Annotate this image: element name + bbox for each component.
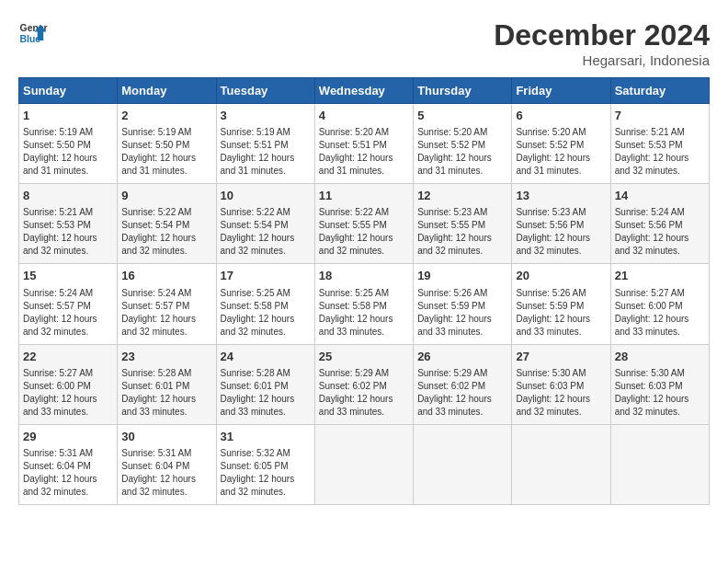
day-cell: 14Sunrise: 5:24 AMSunset: 5:56 PMDayligh… xyxy=(610,184,709,264)
day-cell: 2Sunrise: 5:19 AMSunset: 5:50 PMDaylight… xyxy=(118,104,216,184)
day-number: 30 xyxy=(121,429,211,445)
day-info: Sunrise: 5:19 AMSunset: 5:50 PMDaylight:… xyxy=(121,126,211,178)
title-area: December 2024 Hegarsari, Indonesia xyxy=(494,18,710,68)
day-info: Sunrise: 5:24 AMSunset: 5:56 PMDaylight:… xyxy=(615,206,705,258)
day-cell xyxy=(610,424,709,504)
day-number: 28 xyxy=(615,349,705,365)
day-info: Sunrise: 5:26 AMSunset: 5:59 PMDaylight:… xyxy=(417,287,507,339)
subtitle: Hegarsari, Indonesia xyxy=(494,52,710,68)
day-number: 25 xyxy=(319,349,409,365)
day-cell: 20Sunrise: 5:26 AMSunset: 5:59 PMDayligh… xyxy=(512,264,610,344)
day-number: 1 xyxy=(23,108,113,124)
day-number: 2 xyxy=(121,108,211,124)
day-cell: 31Sunrise: 5:32 AMSunset: 6:05 PMDayligh… xyxy=(216,424,314,504)
day-number: 22 xyxy=(23,349,113,365)
day-cell: 8Sunrise: 5:21 AMSunset: 5:53 PMDaylight… xyxy=(19,184,118,264)
day-cell: 6Sunrise: 5:20 AMSunset: 5:52 PMDaylight… xyxy=(512,104,610,184)
day-cell: 18Sunrise: 5:25 AMSunset: 5:58 PMDayligh… xyxy=(314,264,413,344)
day-cell: 10Sunrise: 5:22 AMSunset: 5:54 PMDayligh… xyxy=(216,184,314,264)
day-number: 9 xyxy=(121,188,211,204)
day-info: Sunrise: 5:22 AMSunset: 5:54 PMDaylight:… xyxy=(221,206,311,258)
day-cell: 16Sunrise: 5:24 AMSunset: 5:57 PMDayligh… xyxy=(118,264,216,344)
header: General Blue December 2024 Hegarsari, In… xyxy=(18,18,710,68)
day-number: 20 xyxy=(516,268,606,284)
main-title: December 2024 xyxy=(494,18,710,52)
day-cell: 7Sunrise: 5:21 AMSunset: 5:53 PMDaylight… xyxy=(610,104,709,184)
day-cell: 15Sunrise: 5:24 AMSunset: 5:57 PMDayligh… xyxy=(19,264,118,344)
day-info: Sunrise: 5:21 AMSunset: 5:53 PMDaylight:… xyxy=(23,206,113,258)
day-header-wednesday: Wednesday xyxy=(314,78,413,104)
day-info: Sunrise: 5:20 AMSunset: 5:52 PMDaylight:… xyxy=(516,126,606,178)
day-cell: 29Sunrise: 5:31 AMSunset: 6:04 PMDayligh… xyxy=(19,424,118,504)
day-info: Sunrise: 5:30 AMSunset: 6:03 PMDaylight:… xyxy=(615,367,705,419)
day-number: 21 xyxy=(615,268,705,284)
day-info: Sunrise: 5:21 AMSunset: 5:53 PMDaylight:… xyxy=(615,126,705,178)
day-info: Sunrise: 5:24 AMSunset: 5:57 PMDaylight:… xyxy=(23,287,113,339)
day-info: Sunrise: 5:24 AMSunset: 5:57 PMDaylight:… xyxy=(121,287,211,339)
day-number: 12 xyxy=(417,188,507,204)
day-header-sunday: Sunday xyxy=(19,78,118,104)
day-number: 11 xyxy=(319,188,409,204)
day-cell: 30Sunrise: 5:31 AMSunset: 6:04 PMDayligh… xyxy=(118,424,216,504)
day-header-friday: Friday xyxy=(512,78,610,104)
day-number: 17 xyxy=(221,268,311,284)
header-row: SundayMondayTuesdayWednesdayThursdayFrid… xyxy=(19,78,710,104)
day-info: Sunrise: 5:28 AMSunset: 6:01 PMDaylight:… xyxy=(121,367,211,419)
day-info: Sunrise: 5:31 AMSunset: 6:04 PMDaylight:… xyxy=(121,447,211,499)
day-cell: 21Sunrise: 5:27 AMSunset: 6:00 PMDayligh… xyxy=(610,264,709,344)
day-info: Sunrise: 5:23 AMSunset: 5:56 PMDaylight:… xyxy=(516,206,606,258)
day-cell: 25Sunrise: 5:29 AMSunset: 6:02 PMDayligh… xyxy=(314,344,413,424)
day-number: 4 xyxy=(319,108,409,124)
day-info: Sunrise: 5:23 AMSunset: 5:55 PMDaylight:… xyxy=(417,206,507,258)
day-info: Sunrise: 5:25 AMSunset: 5:58 PMDaylight:… xyxy=(319,287,409,339)
day-number: 7 xyxy=(615,108,705,124)
day-header-monday: Monday xyxy=(118,78,216,104)
logo: General Blue xyxy=(18,18,48,48)
day-cell xyxy=(314,424,413,504)
day-cell: 12Sunrise: 5:23 AMSunset: 5:55 PMDayligh… xyxy=(414,184,512,264)
day-number: 26 xyxy=(417,349,507,365)
day-info: Sunrise: 5:26 AMSunset: 5:59 PMDaylight:… xyxy=(516,287,606,339)
day-cell: 23Sunrise: 5:28 AMSunset: 6:01 PMDayligh… xyxy=(118,344,216,424)
day-info: Sunrise: 5:31 AMSunset: 6:04 PMDaylight:… xyxy=(23,447,113,499)
day-number: 15 xyxy=(23,268,113,284)
day-info: Sunrise: 5:25 AMSunset: 5:58 PMDaylight:… xyxy=(221,287,311,339)
day-cell: 3Sunrise: 5:19 AMSunset: 5:51 PMDaylight… xyxy=(216,104,314,184)
week-row-4: 22Sunrise: 5:27 AMSunset: 6:00 PMDayligh… xyxy=(19,344,710,424)
day-info: Sunrise: 5:22 AMSunset: 5:54 PMDaylight:… xyxy=(121,206,211,258)
day-cell: 24Sunrise: 5:28 AMSunset: 6:01 PMDayligh… xyxy=(216,344,314,424)
day-info: Sunrise: 5:32 AMSunset: 6:05 PMDaylight:… xyxy=(221,447,311,499)
day-number: 6 xyxy=(516,108,606,124)
day-number: 29 xyxy=(23,429,113,445)
day-info: Sunrise: 5:19 AMSunset: 5:50 PMDaylight:… xyxy=(23,126,113,178)
day-info: Sunrise: 5:27 AMSunset: 6:00 PMDaylight:… xyxy=(23,367,113,419)
day-header-thursday: Thursday xyxy=(414,78,512,104)
day-header-tuesday: Tuesday xyxy=(216,78,314,104)
day-info: Sunrise: 5:19 AMSunset: 5:51 PMDaylight:… xyxy=(221,126,311,178)
day-cell: 5Sunrise: 5:20 AMSunset: 5:52 PMDaylight… xyxy=(414,104,512,184)
day-number: 8 xyxy=(23,188,113,204)
day-cell: 13Sunrise: 5:23 AMSunset: 5:56 PMDayligh… xyxy=(512,184,610,264)
day-number: 5 xyxy=(417,108,507,124)
day-cell xyxy=(414,424,512,504)
week-row-2: 8Sunrise: 5:21 AMSunset: 5:53 PMDaylight… xyxy=(19,184,710,264)
day-info: Sunrise: 5:20 AMSunset: 5:52 PMDaylight:… xyxy=(417,126,507,178)
day-info: Sunrise: 5:29 AMSunset: 6:02 PMDaylight:… xyxy=(319,367,409,419)
day-cell: 28Sunrise: 5:30 AMSunset: 6:03 PMDayligh… xyxy=(610,344,709,424)
day-cell: 27Sunrise: 5:30 AMSunset: 6:03 PMDayligh… xyxy=(512,344,610,424)
day-info: Sunrise: 5:22 AMSunset: 5:55 PMDaylight:… xyxy=(319,206,409,258)
day-header-saturday: Saturday xyxy=(610,78,709,104)
day-cell: 1Sunrise: 5:19 AMSunset: 5:50 PMDaylight… xyxy=(19,104,118,184)
day-cell: 22Sunrise: 5:27 AMSunset: 6:00 PMDayligh… xyxy=(19,344,118,424)
day-cell: 17Sunrise: 5:25 AMSunset: 5:58 PMDayligh… xyxy=(216,264,314,344)
day-cell xyxy=(512,424,610,504)
day-number: 24 xyxy=(221,349,311,365)
day-number: 10 xyxy=(221,188,311,204)
week-row-5: 29Sunrise: 5:31 AMSunset: 6:04 PMDayligh… xyxy=(19,424,710,504)
day-info: Sunrise: 5:30 AMSunset: 6:03 PMDaylight:… xyxy=(516,367,606,419)
day-number: 23 xyxy=(121,349,211,365)
day-info: Sunrise: 5:27 AMSunset: 6:00 PMDaylight:… xyxy=(615,287,705,339)
calendar-table: SundayMondayTuesdayWednesdayThursdayFrid… xyxy=(18,77,710,505)
day-cell: 9Sunrise: 5:22 AMSunset: 5:54 PMDaylight… xyxy=(118,184,216,264)
day-cell: 26Sunrise: 5:29 AMSunset: 6:02 PMDayligh… xyxy=(414,344,512,424)
